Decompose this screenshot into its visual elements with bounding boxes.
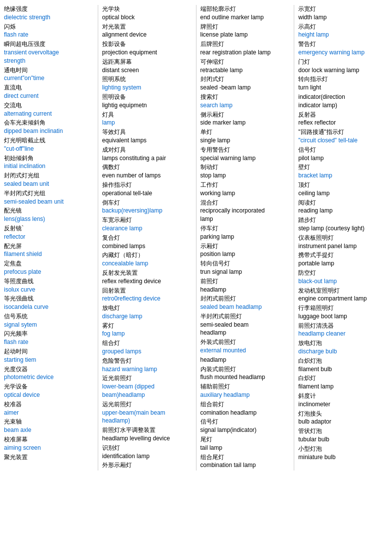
chinese-term: 半封闭式前照灯 (200, 312, 290, 321)
list-item: 放电灯discharge lamp (102, 304, 192, 321)
list-item: 等照度曲线isolux curve (4, 277, 94, 294)
english-term: transient overvoltage (4, 48, 94, 57)
english-term: position lamp (200, 250, 290, 258)
list-item: 转向信号灯trun signal lamp (200, 259, 290, 276)
chinese-term: 前照灯 (200, 277, 290, 286)
english-term: isolux curve (4, 286, 94, 294)
chinese-term: 搜索灯 (200, 93, 290, 101)
chinese-term: 远距离屏幕 (102, 58, 192, 66)
english-term: aimer (4, 409, 94, 417)
english-term: reflex reflexting device (102, 277, 192, 286)
english-term: reciprocally incorporated (200, 207, 290, 215)
english-term: headlamp (200, 356, 290, 364)
chinese-term: 灯泡接头 (298, 410, 388, 418)
chinese-term: 组合前灯 (200, 400, 290, 409)
list-item: 等光强曲线isocandela curve (4, 295, 94, 311)
english-term: flash rate (4, 31, 94, 39)
chinese-term: 投影设备 (102, 40, 192, 48)
chinese-term: 识别灯 (102, 444, 192, 452)
chinese-term: 聚光装置 (4, 453, 94, 462)
list-item: 专用警告灯special warning lamp (200, 146, 290, 163)
english-term: door lock warning lamp (298, 66, 388, 75)
chinese-term: 警告灯 (298, 40, 388, 48)
list-item: 信号系统signal sytem (4, 312, 94, 329)
english-term: reflex reflector (298, 119, 388, 127)
english-term-cont: strength (4, 57, 94, 65)
english-term: lightig equipmetn (102, 101, 192, 110)
chinese-term: 倒车灯 (102, 199, 192, 207)
english-term: rear registration plate lamp (200, 48, 290, 57)
chinese-term: 小型灯泡 (298, 445, 388, 453)
list-item: 前照灯清洗器headlamp cleaner (298, 322, 388, 339)
english-term: trun signal lamp (200, 268, 290, 276)
chinese-term: 起动时间 (4, 347, 94, 356)
list-item: 端部轮廓示灯end outline marker lamp (200, 5, 290, 22)
chinese-term: 复合灯 (102, 234, 192, 242)
list-item: 回射装置retro0reflecting device (102, 287, 192, 303)
english-term: headlamp cleaner (298, 330, 388, 338)
chinese-term: 管状灯泡 (298, 427, 388, 435)
list-item: 示厢灯position lamp (200, 242, 290, 259)
chinese-term: indicator(direction (298, 93, 388, 101)
list-item: 行李箱照明灯luggage boot lamp (298, 304, 388, 321)
list-item: 壁灯bracket lamp (298, 163, 388, 180)
english-term: flush mounted headlamp (200, 373, 290, 382)
list-item: "回路接通"指示灯"circuit closed" tell-tale (298, 128, 388, 145)
english-term: pilot lamp (298, 154, 388, 163)
chinese-term: 光束轴 (4, 418, 94, 426)
chinese-term: 闪光频率 (4, 330, 94, 338)
english-term: lighting system (102, 84, 192, 92)
list-item: 可伸缩灯retractable lamp (200, 58, 290, 75)
chinese-term: 半封闭式灯光组 (4, 189, 94, 198)
chinese-term: 等光强曲线 (4, 295, 94, 303)
english-term: sealed beam headlamp (200, 303, 290, 311)
chinese-term: 组合灯 (102, 339, 192, 347)
list-item: 照明系统lighting system (102, 75, 192, 92)
chinese-term: "回路接通"指示灯 (298, 128, 388, 136)
english-term: retro0reflecting device (102, 295, 192, 303)
chinese-term: 光学设备 (4, 383, 94, 391)
chinese-term: 放电灯 (102, 304, 192, 312)
chinese-term: 等效灯具 (102, 128, 192, 136)
list-item: 反射发光装置reflex reflexting device (102, 269, 192, 286)
chinese-term: 示厢灯 (200, 242, 290, 251)
list-item: 照明设备lightig equipmetn (102, 93, 192, 110)
chinese-term: 前照灯清洗器 (298, 322, 388, 330)
list-item: 近光前照灯lower-beam (dippedbeam)headlamp (102, 374, 192, 399)
english-term: instrument panel lamp (298, 242, 388, 251)
chinese-term: 会车光束倾斜角 (4, 119, 94, 127)
english-term: even number of lamps (102, 171, 192, 180)
english-term: license plate lamp (200, 31, 290, 39)
list-item: 信号灯pilot lamp (298, 146, 388, 163)
list-item: 白炽灯filament lamp (298, 374, 388, 391)
english-term: beam axle (4, 426, 94, 434)
english-term: operational tell-tale (102, 189, 192, 198)
list-item: 等效灯具equivalent lamps (102, 128, 192, 145)
english-term: "circuit closed" tell-tale (298, 136, 388, 145)
english-term-cont: headlamp) (102, 417, 192, 425)
chinese-term: 偶数灯 (102, 163, 192, 171)
list-item: 信号灯signal lamp(indicator) (200, 418, 290, 434)
english-term: projection equipment (102, 48, 192, 57)
list-item: 辅助前照灯auxiliary headlamp (200, 383, 290, 399)
list-item: 顶灯ceiling lamp (298, 181, 388, 198)
chinese-term: 交流电 (4, 101, 94, 110)
english-term: retractable lamp (200, 66, 290, 75)
list-item: 配光屏filament shield (4, 242, 94, 259)
chinese-term: 行李箱照明灯 (298, 304, 388, 312)
list-item: 交流电alternating current (4, 101, 94, 118)
english-term: dielectric strength (4, 13, 94, 22)
english-term: photometric device (4, 373, 94, 382)
english-term: backup(reversing)lamp (102, 207, 192, 215)
list-item: 制动灯stop lamp (200, 163, 290, 180)
english-term: isocandela curve (4, 303, 94, 311)
list-item: 转向指示灯turn light (298, 75, 388, 92)
english-term: combined lamps (102, 242, 192, 251)
chinese-term: 雾灯 (102, 322, 192, 330)
chinese-term: 通电时间 (4, 66, 94, 75)
english-term: upper-beam(main beam (102, 409, 192, 417)
chinese-term: 组合尾灯 (200, 453, 290, 462)
list-item: 警告灯emergency warning lamp (298, 40, 388, 57)
english-term: parking lamp (200, 233, 290, 241)
english-term: bulb adaptor (298, 418, 388, 426)
